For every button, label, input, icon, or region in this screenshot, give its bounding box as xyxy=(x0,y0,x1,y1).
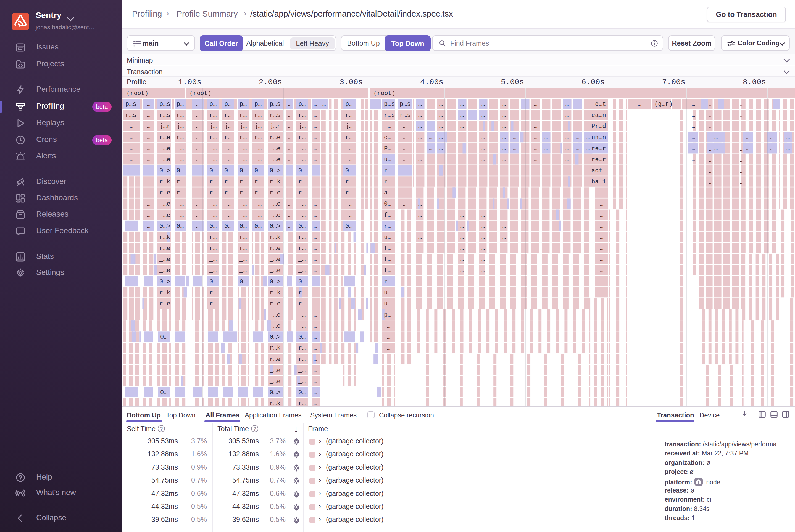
svg-text:…: … xyxy=(746,145,750,152)
svg-text:…: … xyxy=(502,223,506,230)
svg-text:r…k: r…k xyxy=(270,234,281,241)
svg-text:r…: r… xyxy=(298,112,305,119)
svg-text:…: … xyxy=(439,101,443,108)
svg-text:…: … xyxy=(418,112,422,119)
svg-text:_…: _… xyxy=(209,212,216,219)
svg-text:…: … xyxy=(481,156,485,163)
svg-text:…: … xyxy=(314,389,317,396)
svg-text:…: … xyxy=(439,145,443,152)
svg-text:0…: 0… xyxy=(240,279,247,285)
svg-text:4.00s: 4.00s xyxy=(420,78,443,87)
svg-text:…: … xyxy=(314,345,317,352)
svg-text:…: … xyxy=(196,123,200,130)
svg-text:…: … xyxy=(600,212,603,219)
svg-text:…: … xyxy=(314,400,317,406)
svg-text:…: … xyxy=(600,256,603,263)
svg-text:j…: j… xyxy=(298,123,305,130)
svg-text:_…e: _…e xyxy=(159,212,170,219)
svg-text:…: … xyxy=(565,134,569,141)
svg-text:…: … xyxy=(714,145,718,152)
svg-text:a…: a… xyxy=(384,189,391,196)
svg-text:…: … xyxy=(502,145,506,152)
svg-text:…: … xyxy=(147,101,150,108)
svg-text:r…: r… xyxy=(240,234,247,241)
svg-text:_…: _… xyxy=(345,201,353,207)
svg-text:…: … xyxy=(314,267,317,274)
svg-text:…: … xyxy=(709,101,713,108)
svg-text:…: … xyxy=(418,123,422,130)
svg-text:…: … xyxy=(418,189,422,196)
svg-text:_…: _… xyxy=(254,145,262,152)
svg-text:…: … xyxy=(502,112,506,119)
svg-text:…: … xyxy=(314,201,317,207)
svg-text:…: … xyxy=(481,245,485,252)
svg-text:f…: f… xyxy=(384,212,391,219)
svg-text:…: … xyxy=(502,123,506,130)
svg-text:_…: _… xyxy=(176,201,184,207)
svg-text:…: … xyxy=(692,145,695,152)
svg-text:…: … xyxy=(502,101,506,108)
svg-text:0…>: 0…> xyxy=(270,223,281,230)
svg-text:…: … xyxy=(196,134,200,141)
svg-text:…: … xyxy=(460,267,464,274)
svg-text:…: … xyxy=(288,112,291,119)
svg-text:r…: r… xyxy=(224,178,231,185)
svg-text:_…: _… xyxy=(209,267,216,274)
svg-text:…: … xyxy=(314,334,317,341)
svg-text:0…: 0… xyxy=(254,223,262,230)
svg-text:0…: 0… xyxy=(298,334,305,341)
svg-text:r…k: r…k xyxy=(270,178,281,185)
svg-text:r…: r… xyxy=(209,112,216,119)
svg-text:_…e: _…e xyxy=(269,156,281,163)
svg-text:_…: _… xyxy=(209,145,216,152)
svg-text:…: … xyxy=(314,123,317,130)
svg-text:0…>: 0…> xyxy=(270,167,281,174)
svg-text:_…: _… xyxy=(298,378,305,385)
svg-text:…: … xyxy=(403,167,406,174)
svg-text:(root): (root) xyxy=(374,90,395,97)
svg-text:c…: c… xyxy=(384,134,391,141)
svg-text:…: … xyxy=(534,101,537,108)
svg-text:f…: f… xyxy=(384,267,391,274)
svg-text:…: … xyxy=(746,134,750,141)
svg-text:r…k: r…k xyxy=(270,289,281,297)
svg-text:f…: f… xyxy=(384,245,391,252)
svg-text:…: … xyxy=(460,256,464,263)
svg-text:…: … xyxy=(418,101,422,108)
svg-text:…: … xyxy=(600,223,603,230)
svg-text:0…: 0… xyxy=(176,167,184,174)
svg-text:_…: _… xyxy=(239,145,247,152)
svg-text:…: … xyxy=(460,223,464,230)
svg-text:…: … xyxy=(709,168,713,175)
svg-text:_…e: _…e xyxy=(159,256,170,263)
svg-text:…: … xyxy=(314,101,317,108)
svg-text:r…: r… xyxy=(298,345,305,352)
svg-text:…: … xyxy=(460,101,464,108)
svg-text:r…: r… xyxy=(254,134,262,141)
svg-text:0…: 0… xyxy=(298,223,305,230)
svg-text:…: … xyxy=(714,134,718,141)
svg-text:…: … xyxy=(418,201,422,207)
svg-text:…: … xyxy=(481,145,485,152)
svg-text:p…: p… xyxy=(176,101,184,108)
svg-text:r…: r… xyxy=(384,279,391,285)
svg-text:p…: p… xyxy=(298,101,305,108)
svg-text:j…r: j…r xyxy=(270,123,281,130)
svg-text:r…: r… xyxy=(298,289,305,297)
svg-text:…: … xyxy=(600,267,603,274)
svg-text:r…: r… xyxy=(345,112,353,119)
svg-text:…: … xyxy=(481,189,485,196)
svg-text:r…: r… xyxy=(240,134,247,141)
svg-text:…: … xyxy=(403,189,406,196)
svg-text:_…: _… xyxy=(239,156,247,163)
svg-text:8.00s: 8.00s xyxy=(743,78,766,87)
svg-text:r…: r… xyxy=(209,289,216,297)
svg-text:…: … xyxy=(481,267,485,274)
svg-text:r…: r… xyxy=(209,301,216,307)
svg-text:…: … xyxy=(600,234,603,241)
svg-text:_…: _… xyxy=(224,212,231,219)
svg-text:…: … xyxy=(403,156,406,163)
svg-text:…: … xyxy=(709,179,713,186)
svg-text:…: … xyxy=(439,112,443,119)
svg-text:…: … xyxy=(418,212,422,219)
